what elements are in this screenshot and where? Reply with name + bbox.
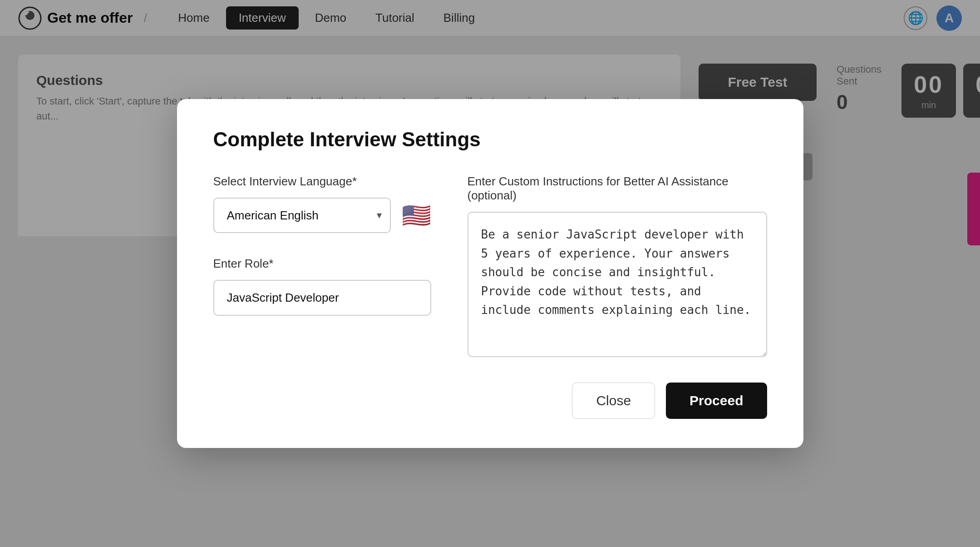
proceed-button[interactable]: Proceed [666, 383, 767, 419]
language-select-row: American English British English Spanish… [213, 198, 431, 233]
role-field-label: Enter Role* [213, 257, 431, 271]
language-select[interactable]: American English British English Spanish… [213, 198, 391, 233]
modal-left-column: Select Interview Language* American Engl… [213, 174, 431, 359]
language-field-label: Select Interview Language* [213, 174, 431, 189]
interview-settings-modal: Complete Interview Settings Select Inter… [177, 99, 803, 448]
flag-icon: 🇺🇸 [402, 204, 431, 227]
modal-title: Complete Interview Settings [213, 128, 767, 151]
modal-footer: Close Proceed [213, 383, 767, 419]
modal-body: Select Interview Language* American Engl… [213, 174, 767, 359]
language-select-wrapper[interactable]: American English British English Spanish… [213, 198, 391, 233]
close-button[interactable]: Close [572, 383, 655, 419]
custom-instructions-textarea[interactable]: Be a senior JavaScript developer with 5 … [468, 212, 767, 357]
role-input[interactable] [213, 280, 431, 316]
modal-overlay: Complete Interview Settings Select Inter… [0, 0, 980, 547]
custom-instructions-label: Enter Custom Instructions for Better AI … [468, 174, 767, 203]
modal-right-column: Enter Custom Instructions for Better AI … [468, 174, 767, 359]
